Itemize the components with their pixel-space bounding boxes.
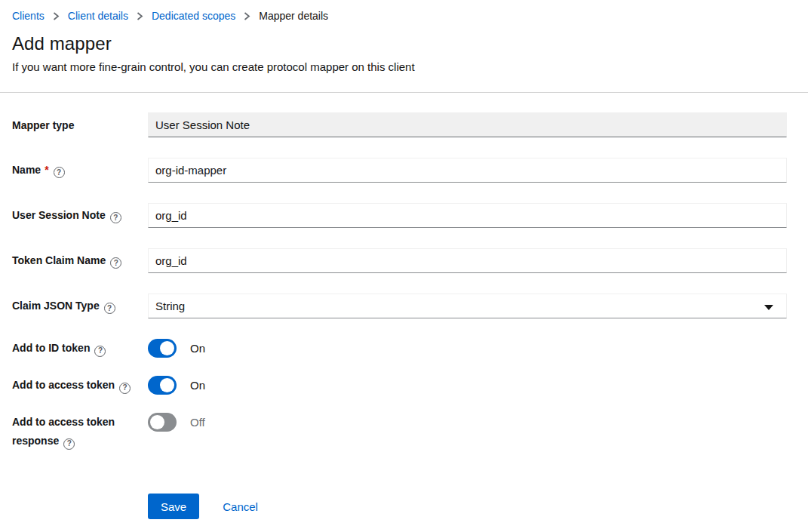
help-icon[interactable]: ?	[110, 212, 121, 223]
form-row-name: Name*?	[12, 158, 787, 183]
claim-json-type-selected-value: String	[155, 300, 185, 312]
help-icon[interactable]: ?	[54, 167, 65, 178]
help-icon[interactable]: ?	[63, 438, 75, 450]
breadcrumb-dedicated-scopes[interactable]: Dedicated scopes	[152, 10, 235, 22]
form-row-user-session-note: User Session Note?	[12, 203, 787, 228]
user-session-note-input[interactable]	[148, 203, 787, 228]
form-row-add-to-id-token: Add to ID token? On	[12, 339, 787, 358]
chevron-right-icon	[137, 12, 143, 20]
mapper-type-input	[148, 112, 787, 137]
page-subtitle: If you want more fine-grain control, you…	[12, 60, 796, 73]
page-title: Add mapper	[12, 33, 796, 54]
form-actions: Save Cancel	[148, 494, 787, 519]
mapper-type-label: Mapper type	[12, 118, 148, 133]
chevron-right-icon	[53, 12, 60, 20]
help-icon[interactable]: ?	[104, 303, 115, 314]
add-to-access-token-response-toggle[interactable]	[148, 413, 177, 432]
help-icon[interactable]: ?	[119, 383, 131, 394]
form-actions-row: Save Cancel	[12, 494, 787, 519]
form-row-mapper-type: Mapper type	[12, 112, 787, 137]
form-row-add-to-access-token-response: Add to access token response? Off	[12, 413, 787, 451]
breadcrumb-client-details[interactable]: Client details	[68, 10, 128, 22]
toggle-knob	[150, 415, 164, 429]
page-header: Add mapper If you want more fine-grain c…	[0, 33, 808, 73]
add-to-id-token-state: On	[190, 339, 205, 358]
add-to-access-token-toggle[interactable]	[148, 376, 177, 395]
name-label: Name*?	[12, 162, 148, 179]
save-button[interactable]: Save	[148, 494, 199, 519]
user-session-note-label: User Session Note?	[12, 208, 148, 224]
add-to-id-token-toggle[interactable]	[148, 339, 177, 358]
add-to-access-token-label: Add to access token?	[12, 376, 148, 395]
token-claim-name-label-text: Token Claim Name	[12, 254, 106, 266]
required-indicator: *	[45, 164, 48, 176]
toggle-knob	[160, 378, 174, 392]
caret-down-icon	[764, 305, 773, 310]
help-icon[interactable]: ?	[110, 257, 121, 269]
breadcrumb: Clients Client details Dedicated scopes …	[0, 0, 808, 22]
claim-json-type-select[interactable]: String	[148, 294, 787, 318]
token-claim-name-input[interactable]	[148, 248, 787, 273]
cancel-link[interactable]: Cancel	[223, 500, 258, 513]
add-to-id-token-label: Add to ID token?	[12, 339, 148, 358]
breadcrumb-clients[interactable]: Clients	[12, 10, 45, 22]
add-to-access-token-response-label: Add to access token response?	[12, 413, 148, 451]
chevron-right-icon	[244, 12, 250, 20]
claim-json-type-label: Claim JSON Type?	[12, 298, 148, 315]
name-label-text: Name	[12, 164, 41, 176]
add-to-access-token-response-state: Off	[190, 413, 205, 432]
breadcrumb-mapper-details: Mapper details	[259, 10, 328, 22]
add-to-access-token-state: On	[190, 376, 205, 395]
add-mapper-form: Mapper type Name*? User Session Note? To…	[0, 93, 808, 519]
name-input[interactable]	[148, 158, 787, 183]
toggle-knob	[160, 341, 174, 355]
claim-json-type-label-text: Claim JSON Type	[12, 300, 100, 312]
add-to-id-token-label-text: Add to ID token	[12, 342, 90, 354]
form-row-add-to-access-token: Add to access token? On	[12, 376, 787, 395]
form-row-token-claim-name: Token Claim Name?	[12, 248, 787, 273]
add-to-access-token-label-text: Add to access token	[12, 379, 115, 391]
help-icon[interactable]: ?	[94, 346, 106, 357]
form-row-claim-json-type: Claim JSON Type? String	[12, 294, 787, 318]
token-claim-name-label: Token Claim Name?	[12, 253, 148, 269]
user-session-note-label-text: User Session Note	[12, 209, 106, 221]
mapper-type-label-text: Mapper type	[12, 119, 74, 131]
